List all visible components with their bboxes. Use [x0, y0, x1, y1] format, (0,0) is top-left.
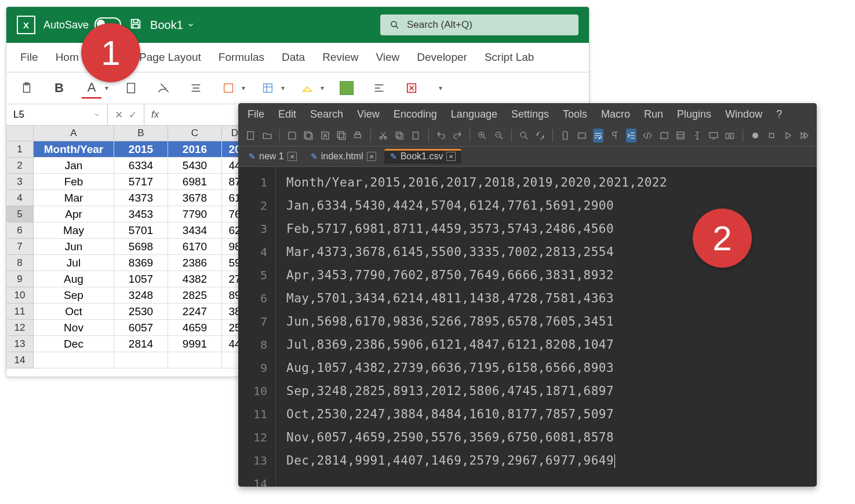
row-header[interactable]: 7	[6, 239, 34, 255]
camera-icon[interactable]	[725, 129, 735, 143]
search-box[interactable]: Search (Alt+Q)	[380, 14, 579, 35]
monitor-icon[interactable]	[708, 129, 719, 143]
cell[interactable]: 2016	[168, 141, 222, 158]
ribbon-tab[interactable]: Hom	[56, 51, 79, 64]
clear-button[interactable]	[402, 78, 421, 98]
editor-tab[interactable]: ✎index.html✕	[305, 149, 382, 164]
code-line[interactable]: Jun,5698,6170,9836,5266,7895,6578,7605,3…	[286, 310, 806, 333]
font-color-button[interactable]: A	[82, 78, 101, 98]
open-file-icon[interactable]	[261, 129, 272, 143]
row-header[interactable]: 6	[6, 222, 34, 239]
cell[interactable]: 5430	[168, 158, 222, 174]
chevron-down-icon[interactable]: ▾	[439, 84, 442, 92]
chevron-down-icon[interactable]: ▾	[105, 84, 108, 92]
redo-icon[interactable]	[452, 129, 463, 143]
cell[interactable]: 2814	[114, 336, 168, 352]
cancel-icon[interactable]: ✕	[115, 109, 123, 121]
menu-item[interactable]: Search	[310, 108, 343, 120]
align-button[interactable]	[369, 78, 389, 98]
menu-item[interactable]: File	[248, 108, 264, 120]
code-line[interactable]: Apr,3453,7790,7602,8750,7649,6666,3831,8…	[286, 264, 806, 287]
cell[interactable]: Apr	[34, 206, 114, 222]
map-icon[interactable]	[659, 129, 670, 143]
list-icon[interactable]	[675, 129, 686, 143]
cell[interactable]: Month/Year	[34, 141, 114, 158]
menu-item[interactable]: Tools	[563, 108, 587, 120]
cell[interactable]: 9991	[168, 336, 222, 352]
fast-forward-icon[interactable]	[799, 129, 810, 143]
ribbon-tab[interactable]: Formulas	[219, 51, 264, 64]
column-header[interactable]: A	[34, 126, 114, 141]
row-header[interactable]: 9	[6, 271, 34, 287]
paste-button[interactable]	[17, 78, 37, 98]
cell[interactable]: Dec	[34, 336, 114, 352]
cell[interactable]: Oct	[34, 304, 114, 320]
editor-tab[interactable]: ✎Book1.csv✕	[384, 149, 462, 164]
indent-icon[interactable]	[626, 129, 636, 143]
cell[interactable]: 5717	[114, 174, 168, 190]
code-line[interactable]: Aug,1057,4382,2739,6636,7195,6158,6566,8…	[286, 356, 806, 379]
cell[interactable]: 5701	[114, 222, 168, 239]
accept-icon[interactable]: ✓	[129, 109, 137, 121]
cell[interactable]: 4659	[168, 320, 222, 336]
cell[interactable]: 4382	[168, 271, 222, 287]
cell[interactable]: 6334	[114, 158, 168, 174]
cell[interactable]: Nov	[34, 320, 114, 336]
cell[interactable]: 2530	[114, 304, 168, 320]
cell[interactable]	[34, 352, 114, 368]
row-header[interactable]: 14	[6, 352, 34, 368]
cell[interactable]: 1057	[114, 271, 168, 287]
record-icon[interactable]	[750, 129, 760, 143]
number-format-button[interactable]	[219, 78, 238, 98]
code-line[interactable]: Nov,6057,4659,2590,5576,3569,6750,6081,8…	[286, 426, 806, 449]
cell[interactable]: 3678	[168, 190, 222, 206]
ribbon-tab[interactable]: Developer	[417, 51, 467, 64]
cell[interactable]: 6170	[168, 239, 222, 255]
ribbon-tab[interactable]: Data	[282, 51, 305, 64]
row-header[interactable]: 5	[6, 206, 34, 222]
row-header[interactable]: 8	[6, 255, 34, 271]
row-header[interactable]: 11	[6, 304, 34, 320]
close-tab-icon[interactable]: ✕	[367, 152, 376, 161]
cell[interactable]: 2015	[114, 141, 168, 158]
bold-button[interactable]: B	[49, 78, 69, 98]
close-tab-icon[interactable]: ✕	[288, 152, 297, 161]
cell[interactable]: 7790	[168, 206, 222, 222]
row-header[interactable]: 10	[6, 287, 34, 304]
cut-icon[interactable]	[377, 129, 388, 143]
cell[interactable]: 2825	[168, 287, 222, 304]
replace-icon[interactable]	[535, 129, 545, 143]
close-icon[interactable]	[319, 129, 330, 143]
cell[interactable]: 2247	[168, 304, 222, 320]
cell[interactable]: 4373	[114, 190, 168, 206]
ribbon-tab[interactable]: File	[20, 51, 38, 64]
cell[interactable]: Aug	[34, 271, 114, 287]
cell[interactable]: Jul	[34, 255, 114, 271]
print-icon[interactable]	[352, 129, 363, 143]
cell[interactable]: 5698	[114, 239, 168, 255]
code-icon[interactable]	[577, 129, 587, 143]
paragraph-icon[interactable]	[609, 129, 620, 143]
cell[interactable]	[114, 352, 168, 368]
cell[interactable]: Jan	[34, 158, 114, 174]
row-header[interactable]: 2	[6, 158, 34, 174]
play-icon[interactable]	[783, 129, 793, 143]
save-button[interactable]	[129, 17, 142, 32]
cell[interactable]: Mar	[34, 190, 114, 206]
wordwrap-icon[interactable]	[593, 129, 603, 143]
zoom-in-icon[interactable]	[477, 129, 487, 143]
ribbon-tab[interactable]: Script Lab	[485, 51, 534, 64]
menu-item[interactable]: Settings	[511, 108, 549, 120]
cell[interactable]: 6057	[114, 320, 168, 336]
undo-icon[interactable]	[435, 129, 446, 143]
cell[interactable]: Sep	[34, 287, 114, 304]
new-file-icon[interactable]	[245, 129, 256, 143]
code-line[interactable]: Month/Year,2015,2016,2017,2018,2019,2020…	[286, 171, 806, 194]
cell[interactable]: 8369	[114, 255, 168, 271]
row-header[interactable]: 13	[6, 336, 34, 352]
cell[interactable]: 6981	[168, 174, 222, 190]
save-all-icon[interactable]	[303, 129, 314, 143]
align-center-button[interactable]	[186, 78, 206, 98]
cell[interactable]: 3248	[114, 287, 168, 304]
chevron-down-icon[interactable]: ▾	[321, 84, 324, 92]
